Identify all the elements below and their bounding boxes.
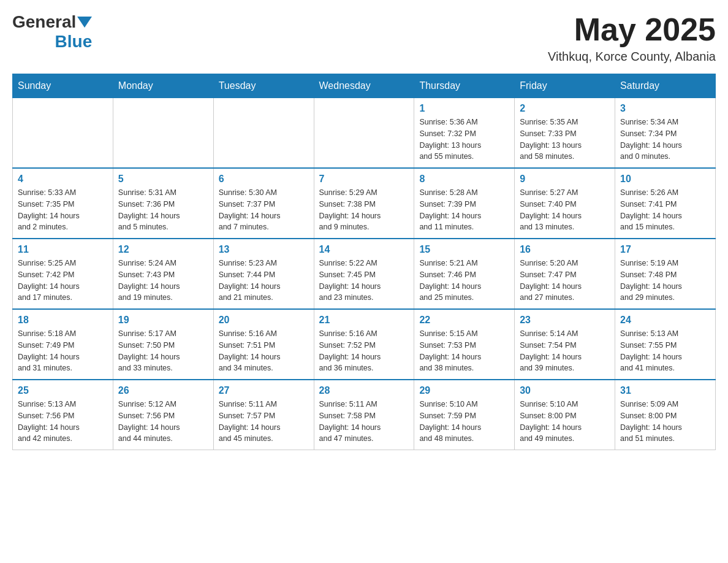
day-info: Sunrise: 5:16 AM Sunset: 7:52 PM Dayligh… [319, 328, 409, 374]
day-number: 20 [219, 315, 309, 326]
day-info: Sunrise: 5:31 AM Sunset: 7:36 PM Dayligh… [118, 187, 208, 233]
day-info: Sunrise: 5:22 AM Sunset: 7:45 PM Dayligh… [319, 258, 409, 304]
day-info: Sunrise: 5:34 AM Sunset: 7:34 PM Dayligh… [620, 117, 710, 163]
day-info: Sunrise: 5:19 AM Sunset: 7:48 PM Dayligh… [620, 258, 710, 304]
calendar-cell [314, 98, 414, 169]
calendar-cell: 5Sunrise: 5:31 AM Sunset: 7:36 PM Daylig… [113, 168, 213, 239]
calendar-cell: 15Sunrise: 5:21 AM Sunset: 7:46 PM Dayli… [414, 239, 515, 309]
day-info: Sunrise: 5:25 AM Sunset: 7:42 PM Dayligh… [18, 258, 108, 304]
day-number: 25 [18, 385, 108, 396]
calendar-cell [13, 98, 113, 169]
day-number: 15 [419, 244, 509, 255]
day-number: 22 [419, 315, 509, 326]
calendar-cell: 1Sunrise: 5:36 AM Sunset: 7:32 PM Daylig… [414, 98, 515, 169]
day-info: Sunrise: 5:10 AM Sunset: 8:00 PM Dayligh… [520, 399, 610, 445]
day-number: 11 [18, 244, 108, 255]
day-number: 1 [419, 103, 509, 114]
calendar-week-row: 11Sunrise: 5:25 AM Sunset: 7:42 PM Dayli… [13, 239, 716, 309]
day-number: 19 [118, 315, 208, 326]
calendar-cell: 11Sunrise: 5:25 AM Sunset: 7:42 PM Dayli… [13, 239, 113, 309]
day-number: 12 [118, 244, 208, 255]
day-number: 3 [620, 103, 710, 114]
day-number: 23 [520, 315, 610, 326]
day-number: 7 [319, 174, 409, 185]
day-number: 24 [620, 315, 710, 326]
day-info: Sunrise: 5:30 AM Sunset: 7:37 PM Dayligh… [219, 187, 309, 233]
day-number: 16 [520, 244, 610, 255]
day-number: 30 [520, 385, 610, 396]
col-thursday: Thursday [414, 74, 515, 98]
day-info: Sunrise: 5:15 AM Sunset: 7:53 PM Dayligh… [419, 328, 509, 374]
day-number: 17 [620, 244, 710, 255]
day-info: Sunrise: 5:17 AM Sunset: 7:50 PM Dayligh… [118, 328, 208, 374]
day-number: 2 [520, 103, 610, 114]
day-info: Sunrise: 5:20 AM Sunset: 7:47 PM Dayligh… [520, 258, 610, 304]
month-year-title: May 2025 [548, 12, 716, 47]
day-number: 31 [620, 385, 710, 396]
calendar-cell: 9Sunrise: 5:27 AM Sunset: 7:40 PM Daylig… [515, 168, 615, 239]
calendar-cell: 21Sunrise: 5:16 AM Sunset: 7:52 PM Dayli… [314, 309, 414, 380]
calendar-cell: 6Sunrise: 5:30 AM Sunset: 7:37 PM Daylig… [213, 168, 314, 239]
col-monday: Monday [113, 74, 213, 98]
logo-blue-text: Blue [55, 32, 93, 52]
calendar-cell: 12Sunrise: 5:24 AM Sunset: 7:43 PM Dayli… [113, 239, 213, 309]
day-info: Sunrise: 5:36 AM Sunset: 7:32 PM Dayligh… [419, 117, 509, 163]
day-number: 6 [219, 174, 309, 185]
day-number: 27 [219, 385, 309, 396]
day-info: Sunrise: 5:14 AM Sunset: 7:54 PM Dayligh… [520, 328, 610, 374]
day-info: Sunrise: 5:12 AM Sunset: 7:56 PM Dayligh… [118, 399, 208, 445]
logo-triangle-icon [77, 17, 92, 28]
calendar-cell: 8Sunrise: 5:28 AM Sunset: 7:39 PM Daylig… [414, 168, 515, 239]
calendar-week-row: 1Sunrise: 5:36 AM Sunset: 7:32 PM Daylig… [13, 98, 716, 169]
day-number: 21 [319, 315, 409, 326]
logo: General Blue [12, 12, 92, 52]
logo-general-text: General [12, 12, 76, 32]
calendar-cell: 16Sunrise: 5:20 AM Sunset: 7:47 PM Dayli… [515, 239, 615, 309]
calendar-cell: 26Sunrise: 5:12 AM Sunset: 7:56 PM Dayli… [113, 380, 213, 450]
day-info: Sunrise: 5:13 AM Sunset: 7:56 PM Dayligh… [18, 399, 108, 445]
day-number: 8 [419, 174, 509, 185]
days-of-week-row: Sunday Monday Tuesday Wednesday Thursday… [13, 74, 716, 98]
calendar-cell: 28Sunrise: 5:11 AM Sunset: 7:58 PM Dayli… [314, 380, 414, 450]
calendar-body: 1Sunrise: 5:36 AM Sunset: 7:32 PM Daylig… [13, 98, 716, 450]
calendar-cell: 29Sunrise: 5:10 AM Sunset: 7:59 PM Dayli… [414, 380, 515, 450]
calendar-cell: 31Sunrise: 5:09 AM Sunset: 8:00 PM Dayli… [615, 380, 716, 450]
calendar-cell: 17Sunrise: 5:19 AM Sunset: 7:48 PM Dayli… [615, 239, 716, 309]
calendar-cell: 18Sunrise: 5:18 AM Sunset: 7:49 PM Dayli… [13, 309, 113, 380]
title-area: May 2025 Vithkuq, Korce County, Albania [548, 12, 716, 64]
calendar-cell: 13Sunrise: 5:23 AM Sunset: 7:44 PM Dayli… [213, 239, 314, 309]
day-info: Sunrise: 5:26 AM Sunset: 7:41 PM Dayligh… [620, 187, 710, 233]
col-saturday: Saturday [615, 74, 716, 98]
day-info: Sunrise: 5:18 AM Sunset: 7:49 PM Dayligh… [18, 328, 108, 374]
calendar-cell: 22Sunrise: 5:15 AM Sunset: 7:53 PM Dayli… [414, 309, 515, 380]
calendar-cell: 19Sunrise: 5:17 AM Sunset: 7:50 PM Dayli… [113, 309, 213, 380]
calendar-cell: 23Sunrise: 5:14 AM Sunset: 7:54 PM Dayli… [515, 309, 615, 380]
day-info: Sunrise: 5:27 AM Sunset: 7:40 PM Dayligh… [520, 187, 610, 233]
calendar-cell: 2Sunrise: 5:35 AM Sunset: 7:33 PM Daylig… [515, 98, 615, 169]
day-info: Sunrise: 5:11 AM Sunset: 7:58 PM Dayligh… [319, 399, 409, 445]
page-header: General Blue May 2025 Vithkuq, Korce Cou… [12, 12, 716, 64]
col-tuesday: Tuesday [213, 74, 314, 98]
day-info: Sunrise: 5:13 AM Sunset: 7:55 PM Dayligh… [620, 328, 710, 374]
calendar-cell: 24Sunrise: 5:13 AM Sunset: 7:55 PM Dayli… [615, 309, 716, 380]
day-info: Sunrise: 5:29 AM Sunset: 7:38 PM Dayligh… [319, 187, 409, 233]
calendar-cell: 27Sunrise: 5:11 AM Sunset: 7:57 PM Dayli… [213, 380, 314, 450]
day-number: 5 [118, 174, 208, 185]
calendar-week-row: 25Sunrise: 5:13 AM Sunset: 7:56 PM Dayli… [13, 380, 716, 450]
day-info: Sunrise: 5:10 AM Sunset: 7:59 PM Dayligh… [419, 399, 509, 445]
calendar-week-row: 4Sunrise: 5:33 AM Sunset: 7:35 PM Daylig… [13, 168, 716, 239]
day-info: Sunrise: 5:21 AM Sunset: 7:46 PM Dayligh… [419, 258, 509, 304]
day-info: Sunrise: 5:28 AM Sunset: 7:39 PM Dayligh… [419, 187, 509, 233]
day-info: Sunrise: 5:09 AM Sunset: 8:00 PM Dayligh… [620, 399, 710, 445]
day-number: 9 [520, 174, 610, 185]
col-friday: Friday [515, 74, 615, 98]
day-number: 14 [319, 244, 409, 255]
day-info: Sunrise: 5:11 AM Sunset: 7:57 PM Dayligh… [219, 399, 309, 445]
calendar-cell: 10Sunrise: 5:26 AM Sunset: 7:41 PM Dayli… [615, 168, 716, 239]
day-info: Sunrise: 5:24 AM Sunset: 7:43 PM Dayligh… [118, 258, 208, 304]
col-wednesday: Wednesday [314, 74, 414, 98]
day-number: 13 [219, 244, 309, 255]
calendar-cell: 25Sunrise: 5:13 AM Sunset: 7:56 PM Dayli… [13, 380, 113, 450]
day-number: 26 [118, 385, 208, 396]
calendar-week-row: 18Sunrise: 5:18 AM Sunset: 7:49 PM Dayli… [13, 309, 716, 380]
